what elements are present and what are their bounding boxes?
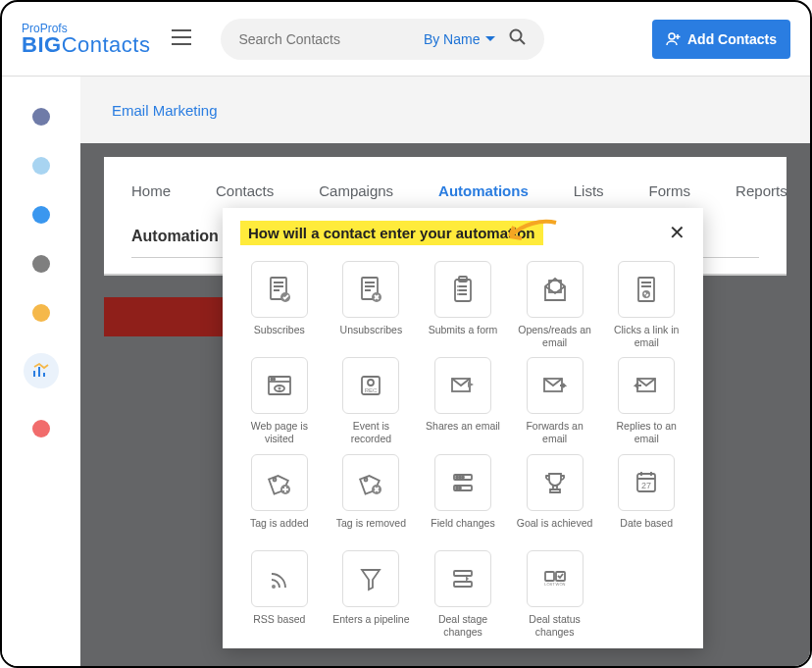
svg-rect-39 xyxy=(454,571,472,576)
trigger-unsubscribes[interactable]: Unsubscribes xyxy=(332,261,411,349)
caret-down-icon xyxy=(485,36,495,42)
calendar-icon: 27 xyxy=(630,466,663,499)
document-x-icon xyxy=(354,273,387,306)
trigger-tag-added[interactable]: Tag is added xyxy=(240,454,319,542)
svg-point-16 xyxy=(273,379,275,381)
rail-dot-3[interactable] xyxy=(32,206,50,224)
svg-point-9 xyxy=(457,289,459,291)
svg-point-31 xyxy=(456,476,458,478)
tab-home[interactable]: Home xyxy=(131,182,171,199)
svg-point-10 xyxy=(457,293,459,295)
svg-text:WON: WON xyxy=(555,582,565,587)
search-filter-dropdown[interactable]: By Name xyxy=(424,31,496,47)
trigger-webpage-visited[interactable]: Web page is visited xyxy=(240,357,319,445)
browser-eye-icon xyxy=(263,369,296,402)
tab-automations[interactable]: Automations xyxy=(438,182,529,199)
svg-point-1 xyxy=(669,33,675,39)
svg-point-32 xyxy=(459,476,461,478)
document-link-icon xyxy=(630,273,663,306)
trigger-modal: How will a contact enter your automation… xyxy=(223,208,703,648)
rail-dot-1[interactable] xyxy=(32,108,50,126)
rail-dot-5[interactable] xyxy=(32,304,50,322)
funnel-icon xyxy=(354,562,387,595)
rail-reports[interactable] xyxy=(24,353,59,388)
svg-point-27 xyxy=(365,478,368,481)
fields-icon xyxy=(446,466,480,499)
open-envelope-icon xyxy=(538,273,572,306)
close-icon[interactable]: ✕ xyxy=(669,221,685,244)
trigger-clicks-link[interactable]: Clicks a link in email xyxy=(607,261,685,349)
svg-text:27: 27 xyxy=(641,481,651,490)
annotation-arrow-icon xyxy=(502,215,561,254)
document-check-icon xyxy=(263,273,296,306)
svg-point-38 xyxy=(272,585,276,589)
svg-point-18 xyxy=(278,387,280,390)
trigger-submits-form[interactable]: Submits a form xyxy=(424,261,502,349)
trophy-icon xyxy=(538,466,572,499)
trigger-field-changes[interactable]: Field changes xyxy=(424,454,502,542)
rec-icon: REC xyxy=(354,369,387,402)
trigger-tag-removed[interactable]: Tag is removed xyxy=(332,454,411,542)
svg-rect-40 xyxy=(454,582,472,587)
stage-change-icon xyxy=(446,562,480,595)
trigger-deal-status[interactable]: LOSTWON Deal status changes xyxy=(516,550,594,639)
svg-point-34 xyxy=(456,487,458,488)
trigger-rss-based[interactable]: RSS based xyxy=(240,550,319,639)
trigger-replies-email[interactable]: Replies to an email xyxy=(607,357,685,445)
logo: ProProfs BIGContacts xyxy=(22,23,150,56)
rail-dot-7[interactable] xyxy=(32,420,50,437)
trigger-subscribes[interactable]: Subscribes xyxy=(240,261,319,349)
search-bar: By Name xyxy=(221,19,544,60)
modal-header: How will a contact enter your automation… xyxy=(240,218,685,247)
svg-point-20 xyxy=(368,380,374,385)
svg-point-25 xyxy=(273,478,276,481)
tab-contacts[interactable]: Contacts xyxy=(216,182,274,199)
tag-x-icon xyxy=(354,466,387,499)
left-rail xyxy=(2,77,80,666)
search-input[interactable] xyxy=(238,31,356,47)
clipboard-icon xyxy=(446,273,480,306)
svg-point-0 xyxy=(511,29,522,40)
svg-point-13 xyxy=(642,290,650,298)
envelope-forward-icon xyxy=(538,369,572,402)
envelope-share-icon xyxy=(446,369,480,402)
svg-point-33 xyxy=(462,476,464,478)
app-frame: ProProfs BIGContacts By Name Add Contact… xyxy=(0,0,812,668)
trigger-deal-stage[interactable]: Deal stage changes xyxy=(424,550,502,639)
add-contacts-button[interactable]: Add Contacts xyxy=(652,20,790,59)
search-icon[interactable] xyxy=(509,28,527,50)
tab-reports[interactable]: Reports xyxy=(736,182,787,199)
svg-point-15 xyxy=(271,379,273,381)
svg-point-35 xyxy=(459,487,461,488)
page-title: Email Marketing xyxy=(112,102,218,119)
hamburger-icon[interactable] xyxy=(172,29,191,49)
envelope-reply-icon xyxy=(630,369,663,402)
svg-rect-41 xyxy=(545,572,554,581)
svg-point-8 xyxy=(457,285,459,287)
rail-dot-4[interactable] xyxy=(32,255,50,273)
trigger-forwards-email[interactable]: Forwards an email xyxy=(516,357,594,445)
trigger-date-based[interactable]: 27 Date based xyxy=(607,454,685,542)
add-user-icon xyxy=(666,31,682,47)
tab-forms[interactable]: Forms xyxy=(649,182,691,199)
logo-big: BIGContacts xyxy=(22,34,150,56)
page-title-bar: Email Marketing xyxy=(80,77,810,143)
rss-icon xyxy=(263,562,296,595)
trigger-enters-pipeline[interactable]: Enters a pipeline xyxy=(332,550,411,639)
trigger-grid: Subscribes Unsubscribes Submits a form O… xyxy=(240,261,685,639)
rail-dot-2[interactable] xyxy=(32,157,50,175)
status-change-icon: LOSTWON xyxy=(538,562,572,595)
svg-text:REC: REC xyxy=(365,387,378,393)
trigger-goal-achieved[interactable]: Goal is achieved xyxy=(516,454,594,542)
tag-plus-icon xyxy=(263,466,296,499)
tabs: Home Contacts Campaigns Automations List… xyxy=(131,173,759,208)
modal-title: How will a contact enter your automation xyxy=(240,221,543,245)
top-bar: ProProfs BIGContacts By Name Add Contact… xyxy=(2,2,810,77)
trigger-shares-email[interactable]: Shares an email xyxy=(424,357,502,445)
trigger-event-recorded[interactable]: REC Event is recorded xyxy=(332,357,411,445)
trigger-opens-email[interactable]: Opens/reads an email xyxy=(516,261,594,349)
tab-campaigns[interactable]: Campaigns xyxy=(319,182,393,199)
svg-text:LOST: LOST xyxy=(544,582,555,587)
tab-lists[interactable]: Lists xyxy=(574,182,604,199)
chart-icon xyxy=(31,361,51,381)
